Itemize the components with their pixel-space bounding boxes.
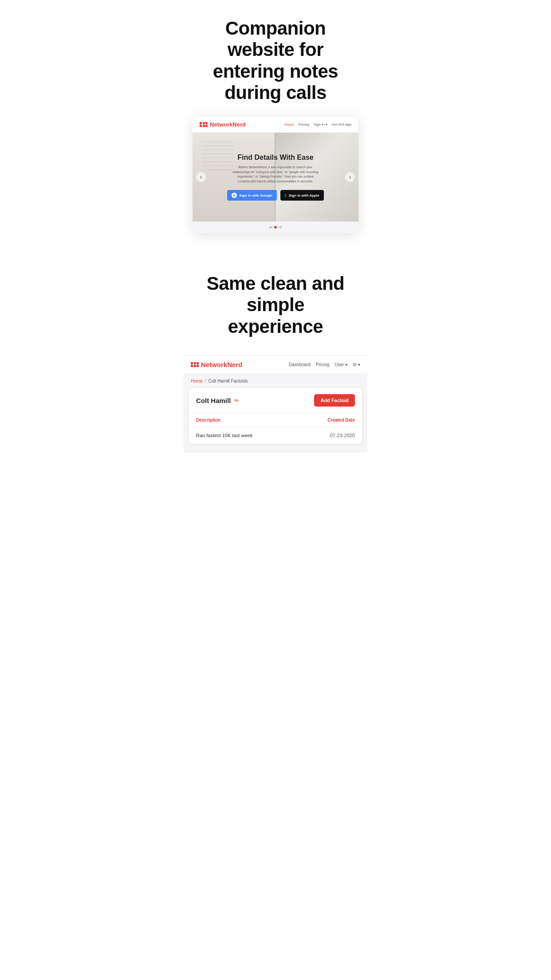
site-logo: NetworkNerd xyxy=(200,121,246,128)
add-factoid-button[interactable]: Add Factoid xyxy=(314,394,355,407)
logo-dot xyxy=(203,122,205,124)
row-description: Ran fastest 10K last week xyxy=(196,433,252,438)
logo-dot xyxy=(200,125,202,127)
sign-in-apple-button[interactable]:  Sign in with Apple xyxy=(280,190,324,201)
google-g-icon: G xyxy=(232,193,237,198)
website-screenshot: NetworkNerd Home Pricing Sign in ▾ Get i… xyxy=(193,117,358,233)
logo-dot xyxy=(200,122,202,124)
carousel-title: Find Details With Ease xyxy=(237,154,313,162)
carousel-description: Before NetworkNerd, it was impossible to… xyxy=(231,165,320,184)
nav-ios[interactable]: Get iOS App xyxy=(332,122,351,126)
carousel-background: Find Details With Ease Before NetworkNer… xyxy=(193,133,358,221)
dashboard-screenshot: NetworkNerd Dashboard Pricing User ▾ ⚙ ▾… xyxy=(184,355,367,453)
factoid-card: Colt Hamill ✏ Add Factoid Description Cr… xyxy=(189,388,362,444)
carousel-dots xyxy=(193,221,358,233)
dash-logo-dot xyxy=(191,365,193,367)
table-header: Description Created Date xyxy=(189,413,362,427)
card-header: Colt Hamill ✏ Add Factoid xyxy=(189,388,362,413)
apple-icon:  xyxy=(285,193,287,198)
dash-nav-pricing[interactable]: Pricing xyxy=(316,362,330,367)
dash-nav-gear[interactable]: ⚙ ▾ xyxy=(353,362,360,367)
col-description-header: Description xyxy=(196,418,220,423)
nav-pricing[interactable]: Pricing xyxy=(298,122,309,126)
breadcrumb-current: Colt Hamill Factoids xyxy=(208,379,248,383)
logo-word1: Network xyxy=(210,121,232,128)
dash-logo-dot xyxy=(197,365,199,367)
breadcrumb-home[interactable]: Home xyxy=(191,379,203,383)
nav-signin[interactable]: Sign in ▾ xyxy=(314,122,327,126)
dash-logo-text: NetworkNerd xyxy=(201,361,242,368)
carousel-prev-button[interactable]: ‹ xyxy=(196,172,206,182)
table-row: Ran fastest 10K last week 07-23-2020 xyxy=(189,427,362,444)
carousel-content: Find Details With Ease Before NetworkNer… xyxy=(193,133,358,221)
dash-logo-word2: Nerd xyxy=(227,361,242,368)
dash-nav-links: Dashboard Pricing User ▾ ⚙ ▾ xyxy=(289,362,360,367)
edit-icon[interactable]: ✏ xyxy=(234,397,239,404)
site-nav-links: Home Pricing Sign in ▾ Get iOS App xyxy=(284,122,351,126)
hero-title: Companion website for entering notes dur… xyxy=(193,18,358,103)
dash-logo-dot xyxy=(197,362,199,364)
dash-logo-grid-icon xyxy=(191,362,199,368)
hero-section: Companion website for entering notes dur… xyxy=(184,0,367,117)
carousel: Find Details With Ease Before NetworkNer… xyxy=(193,133,358,233)
person-name: Colt Hamill xyxy=(196,397,231,404)
dash-logo-dot xyxy=(191,362,193,364)
dash-logo-dot xyxy=(194,362,196,364)
carousel-dot-1[interactable] xyxy=(269,226,272,229)
logo-word2: Nerd xyxy=(232,121,246,128)
google-btn-label: Sign in with Google xyxy=(239,194,272,198)
logo-dot xyxy=(205,122,208,124)
section2-title: Same clean and simple experience xyxy=(184,251,367,355)
logo-text: NetworkNerd xyxy=(210,121,246,128)
section2-heading: Same clean and simple experience xyxy=(193,273,358,337)
carousel-dot-2[interactable] xyxy=(274,226,277,229)
card-person: Colt Hamill ✏ xyxy=(196,397,239,404)
sign-in-google-button[interactable]: G Sign in with Google xyxy=(227,190,277,201)
breadcrumb: Home / Colt Hamill Factoids xyxy=(184,374,367,388)
dashboard-nav: NetworkNerd Dashboard Pricing User ▾ ⚙ ▾ xyxy=(184,356,367,374)
carousel-buttons: G Sign in with Google  Sign in with App… xyxy=(227,190,323,201)
apple-btn-label: Sign in with Apple xyxy=(289,194,319,198)
breadcrumb-separator: / xyxy=(205,379,206,383)
dash-logo-word1: Network xyxy=(201,361,227,368)
nav-home[interactable]: Home xyxy=(284,122,294,126)
dash-nav-user[interactable]: User ▾ xyxy=(335,362,347,367)
dash-nav-dashboard[interactable]: Dashboard xyxy=(289,362,311,367)
dash-logo-dot xyxy=(194,365,196,367)
dashboard-logo: NetworkNerd xyxy=(191,361,242,368)
logo-grid-icon xyxy=(200,122,208,127)
logo-dot xyxy=(205,125,208,127)
carousel-dot-3[interactable] xyxy=(279,226,282,229)
row-date: 07-23-2020 xyxy=(330,433,355,438)
logo-dot xyxy=(203,125,205,127)
carousel-next-button[interactable]: › xyxy=(345,172,355,182)
col-date-header: Created Date xyxy=(327,418,355,423)
site-nav: NetworkNerd Home Pricing Sign in ▾ Get i… xyxy=(193,117,358,133)
